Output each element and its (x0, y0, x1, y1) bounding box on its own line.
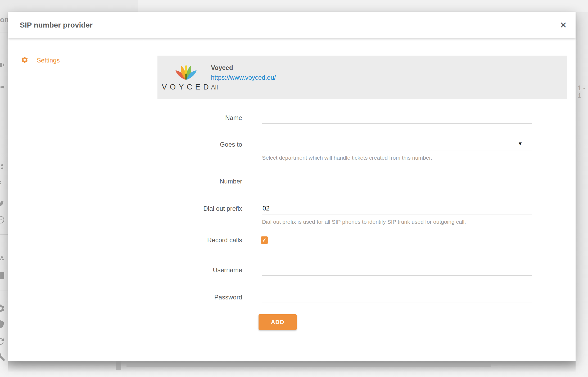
refresh-icon (0, 337, 5, 346)
wrench-icon (0, 352, 5, 362)
username-label: Username (144, 266, 242, 274)
slack-icon (0, 162, 5, 172)
video-camera-icon (0, 60, 5, 70)
people-icon (0, 253, 5, 263)
gear-icon (21, 56, 29, 65)
checkmark-icon: ✓ (262, 237, 267, 243)
provider-card: VOYCED Voyced https://www.voyced.eu/ All (157, 56, 567, 99)
record-calls-checkbox[interactable]: ✓ (261, 236, 268, 244)
sidebar-item-label: Settings (37, 57, 60, 64)
sip-provider-dialog: SIP number provider ✕ Settings (8, 12, 576, 361)
provider-info: Voyced https://www.voyced.eu/ All (211, 64, 276, 91)
lotus-flower-icon (174, 64, 198, 81)
password-field-underline (262, 285, 532, 303)
chevron-down-icon[interactable]: ▼ (518, 141, 523, 147)
dial-out-prefix-label: Dial out prefix (144, 205, 242, 212)
goes-to-label: Goes to (144, 141, 242, 148)
stop-square-icon (0, 271, 5, 280)
number-field-underline (262, 169, 532, 187)
gear-icon (0, 304, 5, 313)
provider-url-link[interactable]: https://www.voyced.eu/ (211, 74, 276, 81)
name-field-underline (262, 105, 532, 124)
provider-scope: All (211, 84, 276, 91)
add-button[interactable]: ADD (259, 314, 297, 330)
dialog-sidebar: Settings (8, 38, 143, 361)
phone-icon (0, 80, 5, 89)
sidebar-item-settings[interactable]: Settings (21, 56, 60, 65)
background-artifact (116, 361, 121, 370)
form-row-username: Username (144, 257, 532, 276)
name-label: Name (144, 114, 242, 122)
number-input[interactable] (262, 169, 532, 187)
dial-out-prefix-helper-text: Dial out prefix is used for all SIP phon… (262, 219, 466, 225)
dialog-header: SIP number provider ✕ (8, 12, 576, 38)
username-input[interactable] (262, 257, 532, 275)
username-field-underline (262, 257, 532, 276)
provider-name: Voyced (211, 64, 276, 71)
background-divider (0, 33, 8, 33)
dial-out-prefix-underline (262, 196, 532, 214)
viber-icon (0, 215, 5, 225)
form-row-dial-out-prefix: Dial out prefix Dial out prefix is used … (144, 196, 532, 214)
form-row-number: Number (144, 169, 532, 187)
password-label: Password (144, 294, 242, 301)
background-artifact (126, 363, 491, 367)
form-row-record-calls: Record calls ✓ (144, 236, 532, 244)
close-icon: ✕ (560, 20, 567, 30)
dial-out-prefix-input[interactable] (262, 196, 532, 214)
form-row-name: Name (144, 105, 532, 124)
form-row-password: Password (144, 285, 532, 303)
facebook-icon: f (0, 181, 5, 190)
dialog-content: VOYCED Voyced https://www.voyced.eu/ All… (144, 38, 576, 361)
background-pagination: 1 - 1 (578, 84, 588, 100)
close-button[interactable]: ✕ (557, 18, 570, 32)
dialog-title: SIP number provider (20, 12, 93, 38)
provider-logo: VOYCED (165, 64, 207, 91)
record-calls-label: Record calls (144, 236, 242, 244)
shield-icon (0, 320, 5, 329)
form-row-goes-to: Goes to ▼ Select department which will h… (144, 132, 532, 150)
goes-to-input[interactable] (262, 132, 532, 150)
number-label: Number (144, 178, 242, 185)
twitter-icon (0, 199, 5, 209)
provider-logo-text: VOYCED (160, 83, 211, 91)
name-input[interactable] (262, 105, 532, 123)
background-panel-seam (138, 0, 588, 12)
password-input[interactable] (262, 285, 532, 303)
goes-to-helper-text: Select department which will handle tick… (262, 155, 432, 161)
goes-to-select[interactable]: ▼ (262, 132, 532, 150)
